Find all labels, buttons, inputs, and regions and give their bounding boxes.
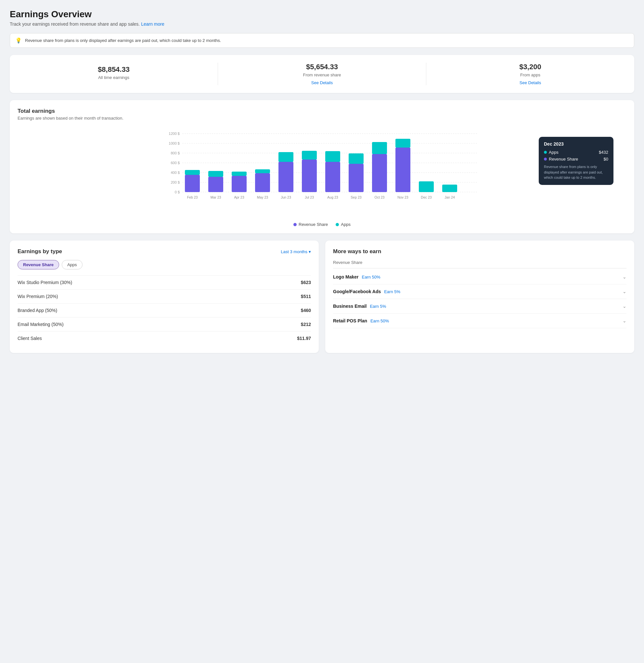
page-subtitle: Track your earnings received from revenu…	[10, 21, 634, 27]
tooltip-revenue-label: Revenue Share	[549, 157, 578, 162]
more-ways-item-earn: Earn 50%	[370, 319, 389, 323]
svg-rect-42	[395, 139, 410, 147]
chart-legend: Revenue Share Apps	[18, 222, 626, 227]
info-banner: 💡 Revenue share from plans is only displ…	[10, 33, 634, 48]
more-ways-item-earn: Earn 50%	[362, 275, 380, 279]
item-amount: $460	[301, 308, 311, 313]
svg-text:1000 $: 1000 $	[169, 141, 180, 145]
tooltip-revenue-dot	[544, 158, 547, 161]
legend-revenue-share: Revenue Share	[293, 222, 328, 227]
chevron-down-icon: ▾	[309, 249, 311, 254]
more-ways-item[interactable]: Business Email Earn 5% ⌄	[333, 299, 626, 314]
legend-apps-dot	[336, 223, 339, 226]
item-amount: $11.97	[297, 336, 311, 341]
tooltip-title: Dec 2023	[544, 141, 608, 146]
page-title: Earnings Overview	[10, 9, 634, 20]
revenue-share-details-link[interactable]: See Details	[311, 80, 333, 85]
chevron-down-icon: ⌄	[623, 274, 626, 279]
svg-rect-38	[372, 154, 387, 192]
svg-rect-18	[208, 171, 223, 177]
list-item: Wix Premium (20%) $511	[18, 289, 311, 303]
svg-text:May 23: May 23	[257, 195, 268, 199]
svg-text:Feb 23: Feb 23	[187, 195, 198, 199]
svg-text:Sep 23: Sep 23	[351, 195, 361, 199]
apps-details-link[interactable]: See Details	[520, 80, 541, 85]
list-item: Branded App (50%) $460	[18, 303, 311, 317]
svg-rect-32	[325, 162, 340, 192]
more-ways-item-title: Retail POS Plan	[333, 318, 367, 323]
info-banner-text: Revenue share from plans is only display…	[25, 38, 221, 43]
filter-button[interactable]: Last 3 months ▾	[281, 249, 311, 254]
item-label: Email Marketing (50%)	[18, 322, 64, 327]
earnings-by-type-card: Earnings by type Last 3 months ▾ Revenue…	[10, 241, 319, 353]
all-time-label: All time earnings	[16, 75, 211, 80]
svg-text:Nov 23: Nov 23	[397, 195, 408, 199]
svg-rect-29	[302, 160, 317, 192]
more-ways-item-title: Logo Maker	[333, 274, 359, 279]
legend-revenue-dot	[293, 223, 297, 226]
svg-text:0 $: 0 $	[175, 190, 180, 194]
summary-all-time: $8,854.33 All time earnings	[10, 65, 218, 83]
bulb-icon: 💡	[15, 37, 22, 44]
tooltip-apps-row: Apps $432	[544, 150, 608, 155]
svg-rect-24	[255, 169, 270, 173]
tab-revenue-share[interactable]: Revenue Share	[18, 260, 59, 269]
svg-rect-23	[255, 173, 270, 192]
more-ways-item[interactable]: Logo Maker Earn 50% ⌄	[333, 270, 626, 284]
more-ways-title: More ways to earn	[333, 248, 381, 255]
svg-rect-15	[185, 170, 200, 175]
legend-apps: Apps	[336, 222, 351, 227]
chart-svg: 1200 $ 1000 $ 800 $ 600 $ 400 $ 200 $ 0 …	[18, 127, 626, 211]
apps-amount: $3,200	[433, 63, 628, 71]
chart-tooltip: Dec 2023 Apps $432 Revenue Share $0 Reve…	[539, 137, 614, 185]
svg-text:Jun 23: Jun 23	[281, 195, 291, 199]
tooltip-note: Revenue share from plans is only display…	[544, 164, 608, 180]
more-ways-item[interactable]: Retail POS Plan Earn 50% ⌄	[333, 314, 626, 328]
item-label: Branded App (50%)	[18, 308, 57, 313]
list-item: Email Marketing (50%) $212	[18, 317, 311, 331]
more-ways-item-title: Google/Facebook Ads	[333, 289, 381, 294]
svg-rect-39	[372, 142, 387, 154]
svg-text:800 $: 800 $	[170, 151, 180, 155]
learn-more-link[interactable]: Learn more	[141, 21, 164, 27]
list-item: Client Sales $11.97	[18, 331, 311, 345]
svg-text:600 $: 600 $	[170, 161, 180, 165]
more-ways-item-earn: Earn 5%	[384, 289, 400, 294]
svg-text:400 $: 400 $	[170, 170, 180, 175]
revenue-share-label: From revenue share	[225, 72, 419, 77]
summary-apps: $3,200 From apps See Details	[426, 63, 634, 85]
revenue-share-amount: $5,654.33	[225, 63, 419, 71]
earnings-by-type-title: Earnings by type	[18, 248, 62, 255]
tab-apps[interactable]: Apps	[62, 260, 83, 269]
svg-rect-26	[278, 162, 293, 192]
apps-label: From apps	[433, 72, 628, 77]
svg-rect-20	[232, 176, 247, 192]
tooltip-revenue-row: Revenue Share $0	[544, 157, 608, 162]
tooltip-apps-value: $432	[599, 150, 608, 155]
item-label: Wix Studio Premium (30%)	[18, 280, 72, 285]
earnings-list: Wix Studio Premium (30%) $623 Wix Premiu…	[18, 275, 311, 345]
svg-rect-27	[278, 152, 293, 162]
more-ways-item-earn: Earn 5%	[370, 304, 386, 309]
all-time-amount: $8,854.33	[16, 65, 211, 74]
item-label: Client Sales	[18, 336, 42, 341]
item-amount: $511	[301, 294, 311, 299]
chart-area: 1200 $ 1000 $ 800 $ 600 $ 400 $ 200 $ 0 …	[18, 127, 626, 218]
tooltip-revenue-value: $0	[604, 157, 608, 162]
chart-subtitle: Earnings are shown based on their month …	[18, 116, 626, 120]
legend-apps-label: Apps	[341, 222, 351, 227]
more-ways-item[interactable]: Google/Facebook Ads Earn 5% ⌄	[333, 284, 626, 299]
tooltip-apps-label: Apps	[549, 150, 558, 155]
item-amount: $623	[301, 280, 311, 285]
chart-card: Total earnings Earnings are shown based …	[10, 100, 634, 233]
item-label: Wix Premium (20%)	[18, 294, 58, 299]
svg-rect-17	[208, 177, 223, 192]
legend-revenue-label: Revenue Share	[299, 222, 328, 227]
svg-text:200 $: 200 $	[170, 180, 180, 184]
summary-card: $8,854.33 All time earnings $5,654.33 Fr…	[10, 55, 634, 93]
chevron-down-icon: ⌄	[623, 303, 626, 309]
filter-label: Last 3 months	[281, 249, 307, 254]
svg-rect-30	[302, 151, 317, 160]
item-amount: $212	[301, 322, 311, 327]
svg-rect-21	[232, 172, 247, 176]
